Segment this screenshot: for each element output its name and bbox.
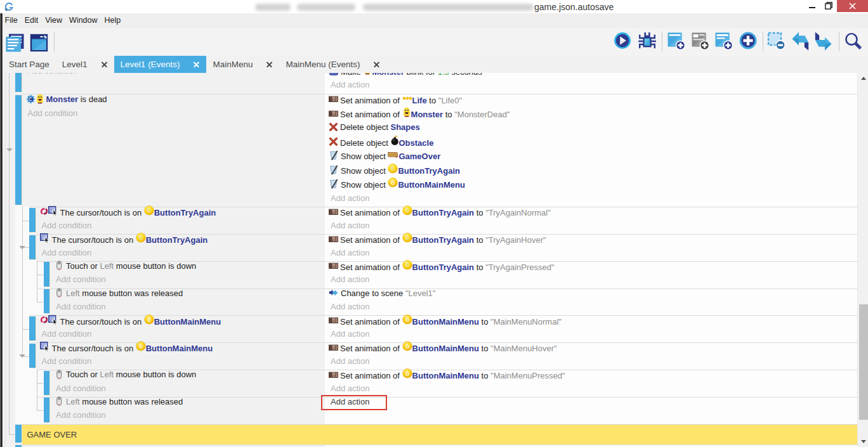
object-name[interactable]: Obstacle — [399, 138, 434, 147]
event-bar[interactable] — [29, 235, 36, 260]
tab-start-page[interactable]: Start Page — [3, 56, 56, 73]
add-action-button[interactable]: Add action — [325, 77, 857, 91]
object-name[interactable]: ButtonTryAgain — [146, 235, 208, 245]
action-row[interactable]: Make Monster blink for 1.5 seconds — [325, 73, 857, 77]
close-button[interactable] — [837, 0, 868, 12]
event-expander-icon[interactable] — [19, 354, 25, 358]
event-expander-icon[interactable] — [19, 246, 25, 249]
object-name[interactable]: ButtonMainMenu — [412, 316, 479, 326]
toolbar-search-button[interactable] — [844, 32, 862, 53]
condition-row[interactable]: Monster is dead — [22, 92, 326, 106]
event-bar[interactable] — [44, 371, 51, 396]
event-expander-icon[interactable] — [6, 148, 13, 152]
actions-cell[interactable]: Set animation of ButtonTryAgain to "TryA… — [325, 262, 857, 288]
object-name[interactable]: ButtonTryAgain — [398, 166, 460, 176]
condition-row[interactable]: Left mouse button was released — [50, 395, 325, 408]
actions-cell[interactable]: Set animation of ButtonMainMenu to "Main… — [325, 316, 857, 342]
action-row[interactable]: Set animation of ButtonMainMenu to "Main… — [325, 340, 857, 354]
actions-cell[interactable] — [325, 445, 857, 447]
event-bar[interactable] — [15, 425, 22, 443]
actions-cell[interactable]: Set animation of ButtonTryAgain to "TryA… — [325, 207, 857, 234]
object-name[interactable]: ButtonMainMenu — [412, 344, 479, 353]
object-name[interactable]: Life — [412, 96, 427, 105]
action-row[interactable]: Set animation of ButtonMainMenu to "Main… — [325, 313, 857, 327]
scroll-up-button[interactable] — [858, 73, 868, 84]
tab-close-icon[interactable] — [374, 62, 379, 67]
conditions-cell[interactable]: The cursor/touch is on ButtonTryAgainAdd… — [36, 207, 326, 234]
object-name[interactable]: ButtonMainMenu — [398, 180, 464, 190]
scroll-down-button[interactable] — [858, 436, 868, 447]
add-condition-button[interactable]: Add condition — [36, 354, 326, 367]
action-row[interactable]: Show object GameOver — [325, 148, 857, 162]
object-name[interactable]: Monster — [411, 110, 444, 119]
toolbar-add-extension-button[interactable] — [739, 32, 757, 52]
add-action-button[interactable]: Add action — [325, 245, 857, 259]
conditions-cell[interactable]: Left mouse button was releasedAdd condit… — [50, 289, 325, 316]
add-action-button[interactable] — [325, 408, 857, 422]
object-name[interactable]: Shapes — [391, 122, 420, 132]
toolbar-undo-button[interactable] — [791, 32, 809, 53]
event-bar[interactable] — [44, 398, 51, 422]
add-condition-button[interactable]: Add condition — [50, 300, 325, 313]
actions-cell[interactable]: Add action — [325, 398, 857, 424]
action-row[interactable]: Delete object Obstacle — [325, 134, 857, 148]
conditions-cell[interactable]: Left mouse button was releasedAdd condit… — [50, 398, 325, 424]
add-condition-button[interactable]: Add condition — [50, 381, 325, 394]
toolbar-add-external-events-button[interactable] — [691, 32, 710, 53]
event-bar[interactable] — [15, 95, 22, 206]
add-action-button[interactable]: Add action — [325, 273, 857, 286]
event-bar[interactable] — [29, 316, 36, 341]
add-condition-button[interactable] — [22, 442, 326, 447]
actions-cell[interactable]: Make Monster blink for 1.5 secondsAdd ac… — [325, 73, 857, 94]
menu-edit[interactable]: Edit — [21, 13, 42, 28]
add-action-button[interactable]: Add action — [325, 354, 857, 367]
add-action-button[interactable]: Add action — [325, 327, 857, 340]
add-condition-button[interactable]: Add condition — [50, 273, 325, 286]
toolbar-redo-button[interactable] — [815, 32, 832, 53]
action-row[interactable]: Delete object Shapes — [325, 120, 857, 134]
action-row[interactable]: Set animation of Monster to "MonsterDead… — [325, 106, 857, 120]
tab-level1[interactable]: Level1 — [56, 56, 114, 73]
actions-cell[interactable]: Change to scene "Level1"Add action — [325, 289, 857, 316]
tab-close-icon[interactable] — [266, 62, 272, 67]
action-row[interactable]: Set animation of ButtonTryAgain to "TryA… — [325, 259, 857, 273]
conditions-cell[interactable]: The cursor/touch is on ButtonTryAgainAdd… — [36, 235, 326, 261]
actions-cell[interactable]: Set animation of ButtonMainMenu to "Main… — [325, 370, 857, 397]
action-row[interactable]: Change to scene "Level1" — [325, 286, 857, 299]
object-name[interactable]: ButtonMainMenu — [412, 371, 479, 380]
tab-close-icon[interactable] — [194, 62, 199, 67]
action-row[interactable]: Show object ButtonMainMenu — [325, 176, 857, 190]
object-name[interactable]: ButtonTryAgain — [412, 208, 475, 217]
actions-cell[interactable]: Set animation of ButtonTryAgain to "TryA… — [325, 235, 857, 261]
scrollbar-thumb[interactable] — [859, 304, 868, 420]
conditions-cell[interactable]: The cursor/touch is on ButtonMainMenuAdd… — [36, 316, 326, 342]
maximize-button[interactable] — [820, 0, 837, 12]
add-action-button[interactable]: Add action — [325, 191, 857, 205]
tab-mainmenu[interactable]: MainMenu — [206, 56, 279, 73]
event-bar[interactable] — [29, 344, 36, 368]
actions-cell[interactable]: Set animation of ButtonMainMenu to "Main… — [325, 343, 857, 370]
object-name[interactable]: ButtonTryAgain — [412, 262, 475, 272]
add-condition-button[interactable]: Add condition — [22, 106, 326, 120]
add-action-button[interactable]: Add action — [325, 395, 857, 408]
object-name[interactable]: ButtonTryAgain — [154, 208, 216, 217]
action-row[interactable]: Show object ButtonTryAgain — [325, 162, 857, 176]
event-bar[interactable] — [44, 262, 51, 287]
menu-help[interactable]: Help — [101, 13, 124, 28]
condition-row[interactable]: The cursor/touch is on ButtonMainMenu — [36, 340, 326, 354]
add-condition-button[interactable]: Add condition — [36, 218, 326, 231]
action-row[interactable]: Set animation of ButtonTryAgain to "TryA… — [325, 205, 857, 218]
actions-cell[interactable]: Set animation of Life to "Life0" Set ani… — [325, 94, 857, 207]
add-condition-button[interactable]: Add condition — [36, 245, 326, 259]
condition-row[interactable]: The cursor/touch is on ButtonMainMenu — [36, 313, 326, 327]
events-sheet[interactable]: Add condition Make Monster blink for 1.5… — [0, 73, 857, 447]
condition-row[interactable]: The cursor/touch is on ButtonTryAgain — [36, 232, 326, 245]
object-name[interactable]: Monster — [372, 73, 404, 77]
action-row[interactable]: Set animation of Life to "Life0" — [325, 92, 857, 106]
conditions-cell[interactable]: Touch or Left mouse button is downAdd co… — [50, 262, 325, 288]
conditions-cell[interactable]: Monster is deadAdd condition — [22, 94, 326, 207]
action-row[interactable]: Set animation of ButtonTryAgain to "TryA… — [325, 232, 857, 245]
toolbar-remove-item-button[interactable] — [767, 32, 786, 53]
add-action-button[interactable]: Add action — [325, 218, 857, 231]
object-name[interactable]: Monster — [46, 94, 79, 104]
